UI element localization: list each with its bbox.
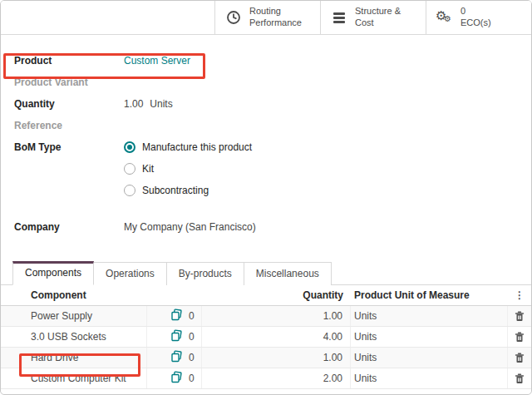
header-quantity[interactable]: Quantity [202, 285, 351, 305]
product-label: Product [14, 55, 124, 67]
component-name[interactable]: 3.0 USB Sockets [1, 327, 147, 347]
field-row-quantity: Quantity 1.00Units [14, 98, 518, 110]
routing-performance-button[interactable]: Routing Performance [214, 1, 320, 34]
component-quantity[interactable]: 1.00 [202, 306, 351, 326]
radio-selected-icon [124, 141, 135, 153]
field-row-product-variant: Product Variant [14, 77, 518, 88]
header-component[interactable]: Component [1, 285, 147, 305]
copy-count: 0 [189, 352, 195, 363]
stat-button-bar: Routing Performance Structure & Cost ⚙⚙ … [1, 1, 531, 35]
component-name[interactable]: Power Supply [1, 306, 147, 326]
table-row[interactable]: 3.0 USB Sockets 0 4.00 Units [1, 327, 531, 348]
table-row[interactable]: Power Supply 0 1.00 Units [1, 306, 531, 327]
table-row[interactable]: Hard Drive 0 1.00 Units [1, 348, 531, 368]
stat-button-label: Structure & Cost [355, 6, 401, 29]
copy-count: 0 [189, 373, 195, 384]
component-name[interactable]: Hard Drive [1, 348, 147, 368]
quantity-unit: Units [150, 98, 172, 110]
gears-icon: ⚙⚙ [436, 9, 453, 26]
quantity-value[interactable]: 1.00Units [124, 98, 173, 110]
bom-form-sheet: Product Custom Server Product Variant Qu… [1, 35, 531, 233]
list-icon [331, 12, 347, 23]
header-spacer [147, 285, 202, 305]
component-uom[interactable]: Units [351, 327, 508, 347]
delete-row-icon[interactable] [515, 332, 525, 343]
notebook-tabs: Components Operations By-products Miscel… [1, 260, 531, 285]
quantity-label: Quantity [14, 98, 124, 110]
copy-icon[interactable] [170, 371, 183, 386]
field-row-product: Product Custom Server [14, 55, 518, 67]
radio-unselected-icon [124, 185, 135, 196]
eco-count-button[interactable]: ⚙⚙ 0 ECO(s) [426, 1, 531, 34]
field-row-reference: Reference [14, 120, 518, 131]
table-row[interactable]: Custom Computer Kit 0 2.00 Units [1, 368, 531, 389]
header-uom[interactable]: Product Unit of Measure [351, 285, 508, 305]
field-row-company: Company My Company (San Francisco) [14, 221, 518, 233]
table-header-row: Component Quantity Product Unit of Measu… [1, 285, 531, 306]
delete-row-icon[interactable] [515, 311, 525, 322]
copy-count: 0 [189, 331, 195, 343]
reference-label: Reference [14, 120, 124, 131]
radio-manufacture-this-product[interactable]: Manufacture this product [124, 141, 252, 153]
add-line-row: Add a line [1, 389, 531, 395]
stat-button-label: 0 ECO(s) [461, 6, 491, 29]
component-quantity[interactable]: 4.00 [202, 327, 351, 347]
radio-unselected-icon [124, 163, 135, 175]
component-uom[interactable]: Units [351, 348, 508, 368]
stat-button-label: Routing Performance [249, 6, 302, 29]
product-value-link[interactable]: Custom Server [124, 55, 190, 67]
clock-icon [225, 10, 242, 25]
tab-miscellaneous[interactable]: Miscellaneous [244, 262, 332, 285]
components-table: Component Quantity Product Unit of Measu… [1, 285, 531, 395]
copy-icon[interactable] [170, 329, 183, 344]
component-uom[interactable]: Units [351, 368, 508, 388]
optional-columns-icon[interactable]: ⋮ [515, 289, 525, 301]
structure-cost-button[interactable]: Structure & Cost [320, 1, 426, 34]
radio-kit[interactable]: Kit [124, 163, 252, 175]
tab-operations[interactable]: Operations [93, 262, 167, 285]
company-value[interactable]: My Company (San Francisco) [124, 221, 256, 233]
field-row-bom-type: BoM Type Manufacture this product Kit Su… [14, 141, 518, 206]
component-quantity[interactable]: 2.00 [202, 368, 351, 388]
copy-icon[interactable] [170, 309, 183, 323]
component-quantity[interactable]: 1.00 [202, 348, 351, 368]
delete-row-icon[interactable] [515, 353, 525, 363]
component-name[interactable]: Custom Computer Kit [1, 368, 147, 388]
company-label: Company [14, 221, 124, 233]
delete-row-icon[interactable] [515, 373, 525, 384]
bom-type-label: BoM Type [14, 141, 124, 153]
radio-subcontracting[interactable]: Subcontracting [124, 185, 252, 196]
copy-count: 0 [189, 310, 195, 322]
bom-type-options: Manufacture this product Kit Subcontract… [124, 141, 252, 206]
bom-form-window: Routing Performance Structure & Cost ⚙⚙ … [0, 0, 532, 395]
tab-components[interactable]: Components [12, 261, 94, 285]
product-variant-label: Product Variant [14, 77, 124, 88]
tab-by-products[interactable]: By-products [166, 262, 244, 285]
component-uom[interactable]: Units [351, 306, 508, 326]
copy-icon[interactable] [170, 350, 183, 365]
